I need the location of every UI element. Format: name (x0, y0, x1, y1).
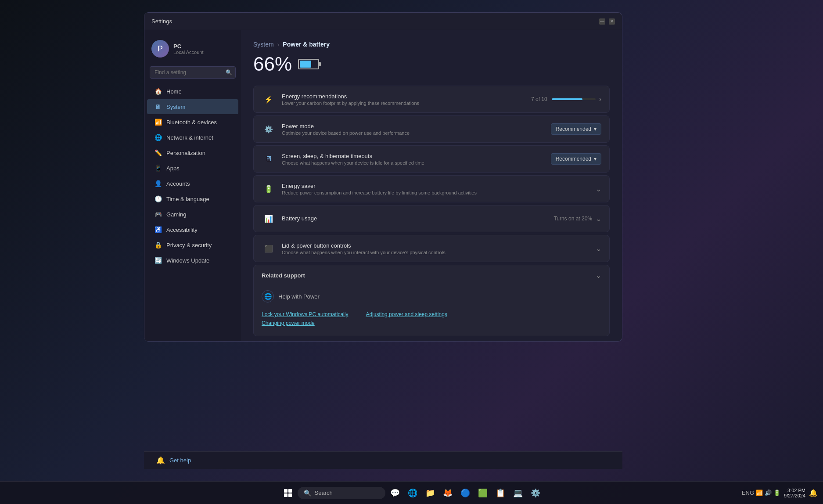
sidebar-item-apps[interactable]: 📱 Apps (147, 161, 238, 176)
update-icon: 🔄 (154, 256, 162, 264)
taskbar-files-app[interactable]: 📁 (422, 485, 438, 501)
taskbar: 🔍 Search 💬 🌐 📁 🦊 🔵 🟩 📋 💻 ⚙️ ENG 📶 🔊 🔋 3:… (0, 481, 823, 504)
lid-power-chevron: ⌄ (596, 245, 601, 253)
taskbar-tray: ENG 📶 🔊 🔋 3:02 PM 9/27/2024 🔔 (742, 488, 818, 498)
energy-recommendations-row[interactable]: ⚡ Energy recommendations Lower your carb… (254, 86, 609, 112)
energy-saver-desc: Reduce power consumption and increase ba… (282, 190, 596, 195)
screen-sleep-row[interactable]: 🖥 Screen, sleep, & hibernate timeouts Ch… (254, 146, 609, 172)
sidebar-item-home[interactable]: 🏠 Home (147, 84, 238, 99)
related-support-title: Related support (262, 272, 305, 279)
sidebar-item-privacy[interactable]: 🔒 Privacy & security (147, 238, 238, 252)
battery-icon (298, 59, 319, 69)
battery-usage-row[interactable]: 📊 Battery usage Turns on at 20% ⌄ (254, 205, 609, 232)
settings-window: Settings — ✕ P PC Local Account 🔍 (144, 12, 622, 342)
support-link-power-mode[interactable]: Changing power mode (262, 320, 348, 326)
related-support-chevron: ⌄ (596, 271, 601, 280)
power-mode-dropdown[interactable]: Recommended ▾ (551, 123, 601, 135)
taskbar-excel-app[interactable]: 🟩 (475, 485, 491, 501)
power-mode-row[interactable]: ⚙️ Power mode Optimize your device based… (254, 116, 609, 142)
screen-sleep-action: Recommended ▾ (551, 153, 601, 165)
support-links-grid: Lock your Windows PC automatically Chang… (262, 311, 601, 329)
minimize-button[interactable]: — (599, 18, 605, 25)
screen-sleep-title: Screen, sleep, & hibernate timeouts (282, 153, 551, 159)
tray-notification-icon[interactable]: 🔔 (809, 489, 818, 497)
taskbar-pc-app[interactable]: 💻 (510, 485, 526, 501)
related-support-content: Lock your Windows PC automatically Chang… (254, 307, 609, 336)
screen-sleep-value: Recommended (556, 156, 591, 162)
battery-icon-wrapper (298, 59, 319, 69)
support-link-adjusting[interactable]: Adjusting power and sleep settings (366, 311, 447, 317)
close-button[interactable]: ✕ (609, 18, 615, 25)
energy-saver-row[interactable]: 🔋 Energy saver Reduce power consumption … (254, 176, 609, 202)
taskbar-search[interactable]: 🔍 Search (298, 487, 385, 499)
help-with-power-text: Help with Power (278, 293, 320, 300)
home-icon: 🏠 (154, 87, 162, 95)
sidebar-item-bluetooth-label: Bluetooth & devices (166, 119, 217, 126)
sidebar-item-personalization[interactable]: ✏️ Personalization (147, 145, 238, 160)
user-info: PC Local Account (173, 43, 204, 55)
screen-sleep-dropdown[interactable]: Recommended ▾ (551, 153, 601, 165)
lid-power-row[interactable]: ⬛ Lid & power button controls Choose wha… (254, 235, 609, 262)
chevron-right-icon: › (599, 95, 601, 103)
taskbar-settings-app[interactable]: ⚙️ (528, 485, 543, 501)
related-support-header[interactable]: Related support ⌄ (254, 265, 609, 286)
taskbar-search-icon: 🔍 (304, 490, 311, 497)
power-mode-card: ⚙️ Power mode Optimize your device based… (253, 115, 610, 143)
main-content: System › Power & battery 66% ⚡ Energy (241, 30, 622, 341)
help-globe-icon: 🌐 (262, 290, 274, 302)
sidebar-item-accessibility[interactable]: ♿ Accessibility (147, 222, 238, 237)
sidebar: P PC Local Account 🔍 🏠 Home 🖥 System (144, 30, 241, 341)
accounts-icon: 👤 (154, 180, 162, 187)
screen-sleep-text: Screen, sleep, & hibernate timeouts Choo… (282, 153, 551, 166)
apps-icon: 📱 (154, 164, 162, 172)
title-bar-label: Settings (151, 18, 172, 25)
search-input[interactable] (150, 66, 236, 79)
power-mode-value: Recommended (556, 126, 591, 132)
screen-sleep-desc: Choose what happens when your device is … (282, 160, 551, 166)
breadcrumb-system[interactable]: System (253, 41, 274, 48)
sidebar-item-update[interactable]: 🔄 Windows Update (147, 253, 238, 268)
taskbar-search-text: Search (315, 490, 333, 496)
taskbar-notes-app[interactable]: 📋 (492, 485, 508, 501)
tray-battery-icon: 🔋 (773, 490, 780, 496)
dropdown-chevron: ▾ (594, 126, 597, 132)
sidebar-item-network[interactable]: 🌐 Network & internet (147, 130, 238, 145)
support-link-lock[interactable]: Lock your Windows PC automatically (262, 311, 348, 317)
help-with-power-item[interactable]: 🌐 Help with Power (254, 286, 609, 307)
sidebar-item-accounts[interactable]: 👤 Accounts (147, 176, 238, 191)
sidebar-item-update-label: Windows Update (166, 257, 209, 264)
sidebar-item-bluetooth[interactable]: 📶 Bluetooth & devices (147, 115, 238, 130)
start-button[interactable] (280, 485, 296, 501)
energy-recommendations-desc: Lower your carbon footprint by applying … (282, 101, 531, 106)
sidebar-item-home-label: Home (166, 88, 182, 95)
sidebar-item-time-label: Time & language (166, 196, 209, 202)
breadcrumb: System › Power & battery (253, 41, 610, 48)
privacy-icon: 🔒 (154, 241, 162, 249)
energy-saver-card: 🔋 Energy saver Reduce power consumption … (253, 175, 610, 202)
sidebar-item-time[interactable]: 🕒 Time & language (147, 191, 238, 206)
breadcrumb-separator: › (277, 41, 280, 48)
taskbar-chrome-app[interactable]: 🔵 (457, 485, 473, 501)
tray-speaker-icon: 🔊 (765, 490, 772, 496)
energy-recommendations-action: 7 of 10 › (531, 95, 601, 103)
gaming-icon: 🎮 (154, 210, 162, 218)
tray-date-text: 9/27/2024 (784, 493, 805, 498)
lid-power-title: Lid & power button controls (282, 242, 596, 249)
taskbar-firefox-app[interactable]: 🦊 (440, 485, 456, 501)
sidebar-item-apps-label: Apps (166, 165, 180, 172)
taskbar-edge-app[interactable]: 🌐 (405, 485, 420, 501)
sidebar-item-privacy-label: Privacy & security (166, 242, 212, 248)
progress-container: 7 of 10 (531, 96, 596, 102)
progress-bar (552, 98, 596, 100)
power-mode-text: Power mode Optimize your device based on… (282, 123, 551, 136)
energy-recommendations-title: Energy recommendations (282, 93, 531, 100)
sidebar-item-system[interactable]: 🖥 System (147, 99, 238, 114)
energy-saver-title: Energy saver (282, 183, 596, 189)
battery-display: 66% (253, 53, 610, 75)
sidebar-item-gaming[interactable]: 🎮 Gaming (147, 207, 238, 222)
sidebar-item-accounts-label: Accounts (166, 180, 190, 187)
taskbar-chat-app[interactable]: 💬 (387, 485, 403, 501)
sidebar-item-network-label: Network & internet (166, 134, 213, 141)
get-help-bar[interactable]: 🔔 Get help (144, 451, 622, 469)
battery-usage-text: Battery usage (282, 215, 553, 223)
